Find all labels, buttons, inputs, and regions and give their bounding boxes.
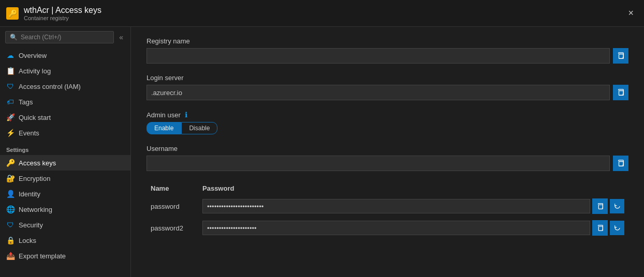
copy-icon [597,225,604,232]
access-control-icon: 🛡 [6,82,14,90]
nav-item-identity[interactable]: 👤 Identity [0,186,130,202]
nav-label-security: Security [19,221,43,229]
admin-user-label: Admin user [147,111,181,119]
password-field-2-cell [198,217,628,239]
password-1-copy-button[interactable] [592,198,608,214]
refresh-icon [614,203,621,210]
password-name-1: password [147,195,198,217]
refresh-icon [614,225,621,232]
quick-start-icon: 🚀 [6,113,14,121]
nav-label-export-template: Export template [19,252,66,260]
table-row: password2 [147,217,628,239]
nav-item-export-template[interactable]: 📤 Export template [0,248,130,264]
events-icon: ⚡ [6,129,14,137]
password-row-1 [202,198,624,214]
copy-icon [597,203,604,210]
nav-label-access-keys: Access keys [19,159,56,167]
title-text: wthAcr | Access keys Container registry [24,6,101,21]
table-row: password [147,195,628,217]
nav-item-networking[interactable]: 🌐 Networking [0,202,130,217]
nav-label-networking: Networking [19,206,52,213]
password-input-2[interactable] [202,221,590,235]
title-separator: | [51,6,55,14]
disable-button[interactable]: Disable [181,122,217,134]
search-icon: 🔍 [10,34,18,41]
security-icon: 🛡 [6,221,14,229]
password-1-refresh-button[interactable] [610,199,624,213]
username-row [147,156,628,171]
copy-icon [617,89,624,96]
registry-name-row [147,48,628,64]
nav-label-quick-start: Quick start [19,114,51,121]
close-button[interactable]: × [624,6,638,21]
identity-icon: 👤 [6,190,14,198]
nav-label-tags: Tags [19,98,33,106]
password-column-header: Password [198,181,628,195]
password-input-1[interactable] [202,199,590,213]
settings-section-label: Settings [0,141,130,155]
nav-item-activity-log[interactable]: 📋 Activity log [0,63,130,79]
activity-log-icon: 📋 [6,67,14,75]
registry-name-copy-button[interactable] [613,48,628,64]
app-icon: 🔑 [6,7,19,20]
encryption-icon: 🔐 [6,174,14,182]
admin-user-label-row: Admin user ℹ [147,111,628,119]
page-subtitle: Container registry [24,15,101,21]
password-row-2 [202,220,624,236]
password-name-2: password2 [147,217,198,239]
export-template-icon: 📤 [6,252,14,260]
search-field-wrapper[interactable]: 🔍 [5,31,114,43]
nav-item-overview[interactable]: ☁ Overview [0,48,130,63]
nav-label-locks: Locks [19,237,36,244]
nav-label-encryption: Encryption [19,175,50,182]
login-server-label: Login server [147,74,628,82]
username-copy-button[interactable] [613,156,628,171]
nav-label-overview: Overview [19,52,47,59]
page-name: Access keys [55,6,101,14]
password-2-copy-button[interactable] [592,220,608,236]
search-row: 🔍 « [0,27,130,48]
copy-icon [617,160,624,167]
login-server-copy-button[interactable] [613,85,628,100]
nav-item-events[interactable]: ⚡ Events [0,125,130,141]
collapse-button[interactable]: « [117,31,125,43]
admin-user-info-icon[interactable]: ℹ [185,111,187,119]
login-server-input[interactable] [147,85,610,100]
copy-icon [617,52,624,59]
nav-item-access-control[interactable]: 🛡 Access control (IAM) [0,79,130,94]
networking-icon: 🌐 [6,205,14,213]
nav-item-locks[interactable]: 🔒 Locks [0,233,130,248]
nav-item-security[interactable]: 🛡 Security [0,217,130,233]
registry-name-input[interactable] [147,48,610,64]
sidebar: 🔍 « ☁ Overview 📋 Activity log 🛡 Access c… [0,27,131,277]
nav-label-activity-log: Activity log [19,67,51,75]
password-2-refresh-button[interactable] [610,221,624,235]
login-server-group: Login server [147,74,628,100]
search-input[interactable] [21,34,109,41]
title-bar: 🔑 wthAcr | Access keys Container registr… [0,0,644,27]
admin-user-group: Admin user ℹ Enable Disable [147,111,628,134]
registry-name-group: Registry name [147,37,628,64]
nav-label-events: Events [19,129,39,137]
nav-label-access-control: Access control (IAM) [19,83,81,90]
content-area: Registry name Login server [131,27,644,277]
username-input[interactable] [147,156,610,171]
app-name: wthAcr [24,6,49,14]
password-table: Name Password password [147,181,628,239]
login-server-row [147,85,628,100]
locks-icon: 🔒 [6,236,14,244]
username-group: Username [147,145,628,171]
nav-item-access-keys[interactable]: 🔑 Access keys [0,155,130,171]
enable-button[interactable]: Enable [147,122,181,134]
main-layout: 🔍 « ☁ Overview 📋 Activity log 🛡 Access c… [0,27,644,277]
nav-item-quick-start[interactable]: 🚀 Quick start [0,110,130,125]
access-keys-icon: 🔑 [6,159,14,167]
overview-icon: ☁ [6,51,14,59]
nav-item-tags[interactable]: 🏷 Tags [0,94,130,110]
username-label: Username [147,145,628,152]
title-bar-left: 🔑 wthAcr | Access keys Container registr… [6,6,101,21]
admin-user-toggle-group: Enable Disable [147,122,628,134]
password-field-1-cell [198,195,628,217]
nav-item-encryption[interactable]: 🔐 Encryption [0,171,130,186]
nav-label-identity: Identity [19,190,40,198]
